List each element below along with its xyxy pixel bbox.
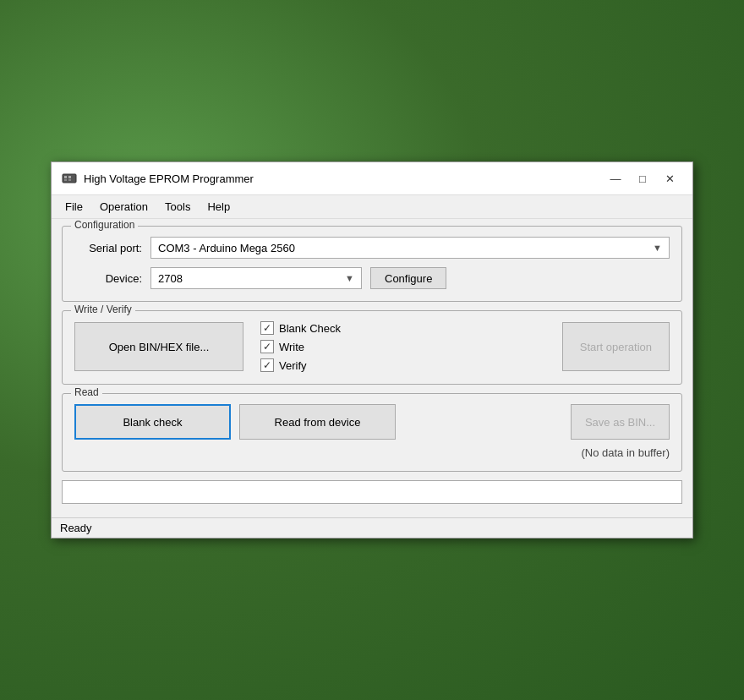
serial-port-value: COM3 - Arduino Mega 2560 (158, 242, 295, 254)
blank-check-checkbox-label: Blank Check (279, 322, 341, 335)
close-button[interactable]: ✕ (657, 169, 682, 188)
svg-rect-3 (64, 179, 67, 181)
main-window: High Voltage EPROM Programmer — □ ✕ File… (51, 161, 693, 539)
maximize-button[interactable]: □ (630, 169, 655, 188)
svg-rect-1 (64, 176, 67, 178)
verify-checkbox-label: Verify (279, 359, 307, 372)
device-label: Device: (74, 272, 142, 285)
write-checkbox[interactable]: ✓ (260, 340, 274, 353)
blank-check-button[interactable]: Blank check (74, 404, 231, 440)
title-bar-left: High Voltage EPROM Programmer (62, 172, 254, 185)
serial-port-dropdown[interactable]: COM3 - Arduino Mega 2560 ▼ (150, 237, 670, 259)
write-verify-label: Write / Verify (71, 304, 135, 315)
menu-tools[interactable]: Tools (158, 198, 197, 216)
read-label: Read (71, 386, 102, 398)
progress-bar (62, 480, 682, 504)
serial-port-arrow: ▼ (646, 243, 662, 253)
save-bin-button[interactable]: Save as BIN... (571, 404, 670, 440)
window-title: High Voltage EPROM Programmer (84, 172, 254, 185)
status-text: Ready (60, 522, 92, 534)
app-icon (62, 172, 77, 184)
blank-check-check: ✓ (263, 322, 271, 334)
main-content: Configuration Serial port: COM3 - Arduin… (52, 219, 692, 517)
status-bar: Ready (52, 517, 692, 538)
start-operation-button[interactable]: Start operation (562, 322, 670, 371)
serial-port-row: Serial port: COM3 - Arduino Mega 2560 ▼ (74, 237, 670, 259)
verify-check: ✓ (263, 359, 271, 371)
write-check: ✓ (263, 341, 271, 353)
menu-bar: File Operation Tools Help (52, 195, 692, 219)
verify-row: ✓ Verify (260, 358, 341, 372)
blank-check-checkbox[interactable]: ✓ (260, 321, 274, 335)
svg-rect-4 (68, 179, 71, 181)
write-checkbox-label: Write (279, 341, 304, 353)
svg-rect-2 (68, 176, 71, 178)
configuration-label: Configuration (71, 219, 138, 231)
menu-help[interactable]: Help (200, 198, 237, 216)
read-from-device-button[interactable]: Read from device (239, 404, 396, 440)
write-row-check: ✓ Write (260, 340, 341, 353)
title-bar: High Voltage EPROM Programmer — □ ✕ (52, 162, 692, 195)
read-group: Read Blank check Read from device Save a… (62, 393, 682, 472)
device-row: Device: 2708 ▼ Configure (74, 267, 670, 289)
configure-button[interactable]: Configure (370, 267, 446, 289)
verify-checkbox[interactable]: ✓ (260, 358, 274, 372)
blank-check-row: ✓ Blank Check (260, 321, 341, 335)
read-row: Blank check Read from device Save as BIN… (74, 404, 670, 440)
minimize-button[interactable]: — (603, 169, 628, 188)
serial-port-label: Serial port: (74, 242, 142, 254)
write-row: Open BIN/HEX file... ✓ Blank Check ✓ Wri… (74, 321, 670, 372)
checkboxes: ✓ Blank Check ✓ Write ✓ Ver (260, 321, 341, 372)
open-file-button[interactable]: Open BIN/HEX file... (74, 322, 243, 371)
menu-operation[interactable]: Operation (93, 198, 155, 216)
device-dropdown[interactable]: 2708 ▼ (150, 267, 362, 289)
menu-file[interactable]: File (58, 198, 90, 216)
no-data-text: (No data in buffer) (74, 446, 670, 459)
title-controls: — □ ✕ (603, 169, 682, 188)
device-value: 2708 (158, 272, 183, 285)
device-arrow: ▼ (338, 273, 354, 283)
write-verify-group: Write / Verify Open BIN/HEX file... ✓ Bl… (62, 310, 682, 385)
configuration-group: Configuration Serial port: COM3 - Arduin… (62, 226, 682, 302)
